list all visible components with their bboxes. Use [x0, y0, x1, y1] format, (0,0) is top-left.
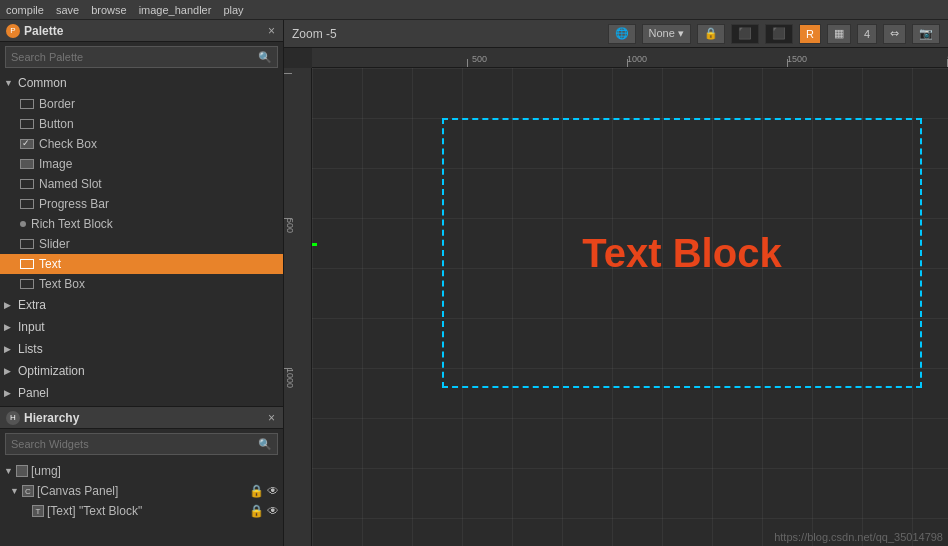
black2-btn[interactable]: ⬛ [765, 24, 793, 44]
checkbox-icon [20, 139, 34, 149]
menu-image-handler[interactable]: image_handler [139, 4, 212, 16]
button-icon [20, 119, 34, 129]
input-triangle: ▶ [4, 322, 14, 332]
lists-triangle: ▶ [4, 344, 14, 354]
input-label: Input [18, 320, 45, 334]
image-label: Image [39, 157, 72, 171]
menu-play[interactable]: play [223, 4, 243, 16]
palette-search-bar: 🔍 [5, 46, 278, 68]
main-layout: P Palette × 🔍 ▼ Common Border [0, 20, 948, 546]
button-label: Button [39, 117, 74, 131]
palette-item-text[interactable]: Text [0, 254, 283, 274]
text-block-item-label: [Text] "Text Block" [47, 504, 142, 518]
zoom-label: Zoom -5 [292, 27, 362, 41]
menu-compile[interactable]: compile [6, 4, 44, 16]
palette-item-named-slot[interactable]: Named Slot [0, 174, 283, 194]
rich-text-icon [20, 221, 26, 227]
common-triangle: ▼ [4, 78, 14, 88]
palette-item-button[interactable]: Button [0, 114, 283, 134]
tick-1000 [627, 59, 628, 67]
hierarchy-search-input[interactable] [11, 438, 258, 450]
text-lock-icon[interactable]: 🔒 [249, 504, 264, 518]
category-common[interactable]: ▼ Common [0, 72, 283, 94]
text-box-icon [20, 279, 34, 289]
rich-text-label: Rich Text Block [31, 217, 113, 231]
text-block-icons: 🔒 👁 [249, 504, 279, 518]
canvas-eye-icon[interactable]: 👁 [267, 484, 279, 498]
text-label: Text [39, 257, 61, 271]
slider-label: Slider [39, 237, 70, 251]
palette-item-progress-bar[interactable]: Progress Bar [0, 194, 283, 214]
menu-browse[interactable]: browse [91, 4, 126, 16]
grid-canvas [312, 68, 948, 546]
extra-label: Extra [18, 298, 46, 312]
category-input[interactable]: ▶ Input [0, 316, 283, 338]
palette-item-rich-text[interactable]: Rich Text Block [0, 214, 283, 234]
category-panel[interactable]: ▶ Panel [0, 382, 283, 404]
palette-panel: P Palette × 🔍 ▼ Common Border [0, 20, 283, 406]
ruler-mark-1000: 1000 [627, 54, 647, 64]
lists-label: Lists [18, 342, 43, 356]
named-slot-label: Named Slot [39, 177, 102, 191]
tick-1500 [787, 59, 788, 67]
hier-item-text-block[interactable]: ▶ T [Text] "Text Block" 🔒 👁 [0, 501, 283, 521]
hier-item-umg[interactable]: ▼ [umg] [0, 461, 283, 481]
text-eye-icon[interactable]: 👁 [267, 504, 279, 518]
slider-icon [20, 239, 34, 249]
palette-close-btn[interactable]: × [266, 24, 277, 38]
camera-btn[interactable]: 📷 [912, 24, 940, 44]
ruler-mark-1500: 1500 [787, 54, 807, 64]
category-optimization[interactable]: ▶ Optimization [0, 360, 283, 382]
palette-list: ▼ Common Border Button Check Box I [0, 72, 283, 406]
hierarchy-icon: H [6, 411, 20, 425]
four-btn[interactable]: 4 [857, 24, 877, 44]
canvas-panel-icon: C [22, 485, 34, 497]
palette-icon: P [6, 24, 20, 38]
hier-item-canvas-panel[interactable]: ▼ C [Canvas Panel] 🔒 👁 [0, 481, 283, 501]
hierarchy-close-btn[interactable]: × [266, 411, 277, 425]
border-label: Border [39, 97, 75, 111]
ruler-mark-500: 500 [472, 54, 487, 64]
palette-item-image[interactable]: Image [0, 154, 283, 174]
globe-btn[interactable]: 🌐 [608, 24, 636, 44]
black-btn[interactable]: ⬛ [731, 24, 759, 44]
hierarchy-list: ▼ [umg] ▼ C [Canvas Panel] 🔒 👁 ▶ T [0, 459, 283, 546]
menu-save[interactable]: save [56, 4, 79, 16]
category-extra[interactable]: ▶ Extra [0, 294, 283, 316]
image-icon [20, 159, 34, 169]
palette-title: Palette [24, 24, 63, 38]
canvas-area: Zoom -5 🌐 None ▾ 🔒 ⬛ ⬛ R ▦ 4 ⇔ 📷 500 100… [284, 20, 948, 546]
palette-search-input[interactable] [11, 51, 258, 63]
resize-btn[interactable]: ⇔ [883, 24, 906, 44]
optimization-label: Optimization [18, 364, 85, 378]
canvas-panel-label: [Canvas Panel] [37, 484, 118, 498]
canvas-expand-icon: ▼ [10, 486, 19, 496]
grid-btn[interactable]: ▦ [827, 24, 851, 44]
top-menu-bar: compile save browse image_handler play [0, 0, 948, 20]
umg-icon [16, 465, 28, 477]
umg-expand-icon: ▼ [4, 466, 13, 476]
progress-bar-label: Progress Bar [39, 197, 109, 211]
extra-triangle: ▶ [4, 300, 14, 310]
palette-item-slider[interactable]: Slider [0, 234, 283, 254]
r-btn[interactable]: R [799, 24, 821, 44]
umg-label: [umg] [31, 464, 61, 478]
none-btn[interactable]: None ▾ [642, 24, 691, 44]
optimization-triangle: ▶ [4, 366, 14, 376]
ruler-left: 500 1000 [284, 68, 312, 546]
ruler-top: 500 1000 1500 2000 [312, 48, 948, 68]
border-icon [20, 99, 34, 109]
palette-item-text-box[interactable]: Text Box [0, 274, 283, 294]
tick-top-ruler [284, 73, 292, 74]
palette-item-checkbox[interactable]: Check Box [0, 134, 283, 154]
ruler-left-500: 500 [285, 218, 295, 233]
grid-area: Text Block [312, 68, 948, 546]
lock-btn[interactable]: 🔒 [697, 24, 725, 44]
palette-item-border[interactable]: Border [0, 94, 283, 114]
canvas-toolbar: Zoom -5 🌐 None ▾ 🔒 ⬛ ⬛ R ▦ 4 ⇔ 📷 [284, 20, 948, 48]
named-slot-icon [20, 179, 34, 189]
canvas-viewport[interactable]: 500 1000 1500 2000 500 1000 [284, 48, 948, 546]
canvas-lock-icon[interactable]: 🔒 [249, 484, 264, 498]
hierarchy-search-icon: 🔍 [258, 438, 272, 451]
category-lists[interactable]: ▶ Lists [0, 338, 283, 360]
